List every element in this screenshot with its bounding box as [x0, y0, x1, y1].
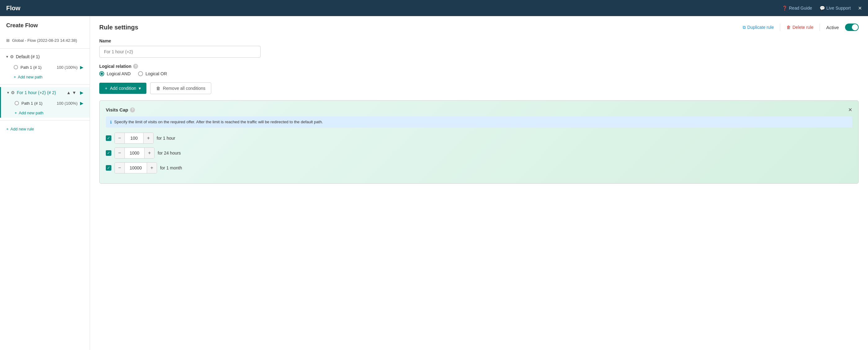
visits-label-1: for 24 hours	[158, 150, 181, 155]
read-guide-link[interactable]: ❓ Read Guide	[782, 6, 812, 10]
play-icon-2-1: ▶	[80, 101, 84, 106]
sidebar-title: Create Flow	[0, 22, 90, 35]
name-input[interactable]	[99, 46, 260, 58]
stepper-increment-0[interactable]: +	[143, 133, 153, 143]
page-title: Rule settings	[99, 24, 138, 31]
visits-row-1: − 1000 + for 24 hours	[106, 147, 852, 159]
stepper-decrement-1[interactable]: −	[115, 148, 125, 158]
stepper-value-2: 10000	[125, 165, 147, 170]
chat-icon: 💬	[819, 6, 825, 10]
plus-icon-add-path-1: +	[14, 75, 16, 79]
name-label: Name	[99, 38, 859, 43]
stepper-1: − 1000 +	[115, 147, 154, 159]
visits-cap-info: ℹ Specify the limit of visits on the req…	[106, 116, 852, 128]
visits-cap-title: Visits Cap ?	[106, 107, 135, 112]
logical-relation-options: Logical AND Logical OR	[99, 71, 859, 76]
logical-and-option[interactable]: Logical AND	[99, 71, 131, 76]
app-header: Flow ❓ Read Guide 💬 Live Support ×	[0, 0, 868, 16]
separator-2	[819, 24, 820, 31]
header-actions: ❓ Read Guide 💬 Live Support ×	[782, 5, 862, 12]
app-title: Flow	[6, 5, 21, 12]
logical-relation-section: Logical relation ? Logical AND Logical O…	[99, 64, 859, 76]
path-name-2-1: Path 1 (# 1)	[22, 101, 42, 106]
duplicate-icon: ⧉	[743, 25, 746, 30]
chevron-down-icon: ▾	[139, 86, 141, 91]
logical-or-option[interactable]: Logical OR	[138, 71, 167, 76]
visits-cap-close-button[interactable]: ✕	[848, 107, 852, 113]
visits-row-2: − 10000 + for 1 month	[106, 162, 852, 173]
rule-group-1: ▾ ⚙ Default (# 1) Path 1 (# 1) 100 (100%…	[0, 51, 90, 82]
remove-all-conditions-button[interactable]: 🗑 Remove all conditions	[150, 82, 211, 94]
visits-label-2: for 1 month	[160, 165, 182, 170]
stepper-increment-1[interactable]: +	[144, 148, 154, 158]
delete-rule-link[interactable]: 🗑 Delete rule	[786, 25, 813, 30]
path-radio-2-1	[14, 101, 19, 105]
visits-checkbox-1[interactable]	[106, 150, 112, 156]
add-path-2[interactable]: + Add new path	[1, 108, 90, 118]
trash-icon: 🗑	[786, 25, 791, 30]
rule-group-2: ▾ ⚙ For 1 hour (+2) (# 2) ▲ ▼ ▶ Path 1 (…	[0, 87, 90, 118]
top-bar: Rule settings ⧉ Duplicate rule 🗑 Delete …	[99, 24, 859, 31]
plus-icon-condition: +	[105, 86, 107, 91]
main-content: Rule settings ⧉ Duplicate rule 🗑 Delete …	[90, 16, 868, 350]
active-label: Active	[826, 25, 839, 30]
stepper-0: − 100 +	[115, 133, 154, 144]
add-path-1[interactable]: + Add new path	[0, 72, 90, 82]
path-radio-1-1	[14, 65, 18, 69]
visits-cap-card: Visits Cap ? ✕ ℹ Specify the limit of vi…	[99, 100, 859, 184]
rule-header-1[interactable]: ▾ ⚙ Default (# 1)	[0, 51, 90, 62]
logical-or-radio	[138, 71, 143, 76]
visits-label-0: for 1 hour	[157, 136, 175, 141]
duplicate-rule-link[interactable]: ⧉ Duplicate rule	[743, 25, 774, 30]
name-section: Name	[99, 38, 859, 58]
path-item-1-1: Path 1 (# 1) 100 (100%) ▶	[0, 62, 90, 72]
rule-name-1: Default (# 1)	[16, 54, 40, 59]
global-node[interactable]: ⊞ Global - Flow (2022-08-23 14:42:38)	[0, 35, 90, 46]
rule-header-2[interactable]: ▾ ⚙ For 1 hour (+2) (# 2) ▲ ▼ ▶	[1, 87, 90, 98]
logical-relation-label: Logical relation ?	[99, 64, 859, 69]
rule-name-2: For 1 hour (+2) (# 2)	[17, 90, 56, 95]
live-support-link[interactable]: 💬 Live Support	[819, 6, 851, 10]
play-icon-2: ▶	[80, 90, 84, 95]
hierarchy-icon: ⊞	[6, 38, 10, 43]
stepper-increment-2[interactable]: +	[147, 163, 157, 173]
expand-icon-1: ▾	[6, 55, 8, 59]
play-icon-1-1: ▶	[80, 65, 84, 70]
active-toggle[interactable]	[845, 24, 859, 31]
condition-actions: + Add condition ▾ 🗑 Remove all condition…	[99, 82, 859, 94]
gear-icon-2: ⚙	[11, 90, 15, 95]
logical-and-radio	[99, 71, 104, 76]
question-icon: ❓	[782, 6, 787, 10]
arrow-down-2[interactable]: ▼	[72, 90, 76, 95]
main-layout: Create Flow ⊞ Global - Flow (2022-08-23 …	[0, 16, 868, 350]
logical-relation-help-icon[interactable]: ?	[133, 64, 138, 69]
expand-icon-2: ▾	[7, 91, 9, 95]
close-button[interactable]: ×	[858, 5, 862, 12]
add-rule-button[interactable]: + Add new rule	[0, 123, 90, 135]
sidebar-divider-2	[0, 84, 90, 84]
stepper-value-0: 100	[125, 136, 143, 141]
arrow-up-2[interactable]: ▲	[66, 90, 71, 95]
visits-cap-help-icon[interactable]: ?	[130, 107, 135, 112]
visits-row-0: − 100 + for 1 hour	[106, 133, 852, 144]
trash-icon-remove: 🗑	[156, 86, 160, 91]
sidebar-divider-3	[0, 120, 90, 120]
path-weight-2-1: 100 (100%)	[57, 101, 78, 106]
add-condition-button[interactable]: + Add condition ▾	[99, 83, 147, 94]
nav-arrows-2: ▲ ▼	[66, 90, 76, 95]
path-item-2-1: Path 1 (# 1) 100 (100%) ▶	[1, 98, 90, 108]
visits-checkbox-2[interactable]	[106, 165, 112, 171]
plus-icon-add-rule: +	[6, 127, 9, 131]
plus-icon-add-path-2: +	[14, 111, 17, 115]
stepper-2: − 10000 +	[115, 162, 157, 173]
stepper-decrement-2[interactable]: −	[115, 163, 125, 173]
stepper-value-1: 1000	[125, 150, 144, 155]
gear-icon-1: ⚙	[10, 54, 14, 59]
path-name-1-1: Path 1 (# 1)	[21, 65, 41, 70]
stepper-decrement-0[interactable]: −	[115, 133, 125, 143]
visits-cap-header: Visits Cap ? ✕	[106, 107, 852, 113]
path-weight-1-1: 100 (100%)	[57, 65, 78, 70]
info-icon: ℹ	[110, 120, 112, 125]
visits-checkbox-0[interactable]	[106, 135, 112, 141]
sidebar: Create Flow ⊞ Global - Flow (2022-08-23 …	[0, 16, 90, 350]
